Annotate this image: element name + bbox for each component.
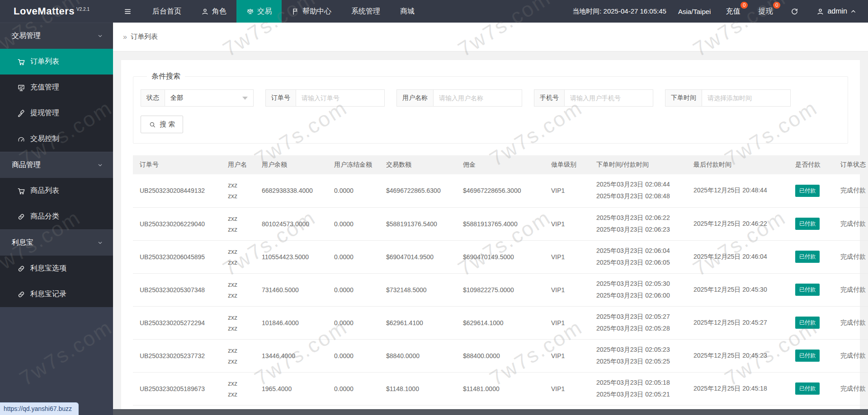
chevron-up-icon bbox=[850, 9, 856, 14]
recharge-label: 充值 bbox=[726, 7, 740, 16]
cell-order-time: 2025年03月23日 02:05:232025年03月23日 02:05:25 bbox=[590, 339, 687, 372]
cell-commission: $690470149.5000 bbox=[456, 240, 544, 273]
paid-badge: 已付款 bbox=[795, 218, 820, 230]
cell-frozen: 0.0000 bbox=[327, 240, 379, 273]
sidebar-item-product-list[interactable]: 商品列表 bbox=[0, 178, 113, 204]
order-time-field bbox=[702, 89, 791, 107]
table-row: UB2503230205189673 zxzzxz 1965.4000 0.00… bbox=[133, 372, 868, 405]
order-no-input[interactable] bbox=[302, 94, 379, 102]
sidebar-item-trade-control[interactable]: 交易控制 bbox=[0, 126, 113, 152]
navbar-right: 当地时间: 2025-04-27 16:05:45 Asia/Taipei 充值… bbox=[566, 0, 868, 23]
order-no-field-group: 订单号 bbox=[265, 89, 385, 107]
cell-order-status: 完成付款 bbox=[834, 174, 868, 207]
link-icon bbox=[17, 290, 25, 298]
sidebar-item-label: 商品列表 bbox=[30, 186, 59, 196]
refresh-button[interactable] bbox=[782, 0, 807, 23]
sidebar-item-interest-records[interactable]: 利息宝记录 bbox=[0, 281, 113, 307]
cell-level: VIP1 bbox=[544, 372, 590, 405]
withdraw-badge: 0 bbox=[773, 2, 780, 9]
cell-paid: 已付款 bbox=[788, 174, 834, 207]
card: 条件搜索 状态 全部 订单号 bbox=[121, 60, 860, 415]
cell-commission: $109822275.0000 bbox=[456, 273, 544, 306]
cell-paid: 已付款 bbox=[788, 306, 834, 339]
username: admin bbox=[827, 7, 847, 15]
cell-frozen: 0.0000 bbox=[327, 372, 379, 405]
search-icon bbox=[149, 121, 156, 128]
recharge-badge: 0 bbox=[741, 2, 748, 9]
sidebar-group-label: 商品管理 bbox=[12, 160, 41, 170]
user-icon bbox=[201, 8, 209, 15]
timezone: Asia/Taipei bbox=[672, 0, 717, 23]
cell-order-status: 完成付款 bbox=[834, 207, 868, 240]
phone-input[interactable] bbox=[570, 94, 647, 102]
sidebar-group-interest[interactable]: 利息宝 bbox=[0, 229, 113, 256]
column-header: 订单状态 bbox=[834, 155, 868, 174]
gauge-icon bbox=[17, 135, 25, 143]
user-menu[interactable]: admin bbox=[807, 0, 868, 23]
breadcrumb-icon: » bbox=[123, 33, 127, 41]
cell-balance: 6682938338.4000 bbox=[255, 174, 327, 207]
cell-order-time: 2025年03月23日 02:06:222025年03月23日 02:06:23 bbox=[590, 207, 687, 240]
cell-last-pay-time: 2025年12月25日 20:46:22 bbox=[687, 207, 788, 240]
cell-balance: 110554423.5000 bbox=[255, 240, 327, 273]
sidebar-group-product-mgmt[interactable]: 商品管理 bbox=[0, 152, 113, 178]
column-header: 订单号 bbox=[133, 155, 221, 174]
local-time: 当地时间: 2025-04-27 16:05:45 bbox=[566, 0, 672, 23]
sidebar-item-interest-options[interactable]: 利息宝选项 bbox=[0, 256, 113, 281]
table-row: UB2503230205307348 zxzzxz 731460.5000 0.… bbox=[133, 273, 868, 306]
horizontal-scrollbar[interactable] bbox=[113, 409, 868, 415]
cell-balance: 1965.4000 bbox=[255, 372, 327, 405]
nav-item-home[interactable]: 后台首页 bbox=[142, 0, 191, 23]
phone-field-group: 手机号 bbox=[534, 89, 653, 107]
withdraw-button[interactable]: 提现 0 bbox=[749, 0, 782, 23]
user-name-input[interactable] bbox=[439, 94, 516, 102]
paid-badge: 已付款 bbox=[795, 251, 820, 263]
cell-order-time: 2025年03月23日 02:05:302025年03月23日 02:06:00 bbox=[590, 273, 687, 306]
cell-last-pay-time: 2025年12月25日 20:48:44 bbox=[687, 174, 788, 207]
top-navbar: LoveMatters V2.2.1 后台首页角色交易帮助中心系统管理商城 当地… bbox=[0, 0, 868, 23]
cell-order-time: 2025年03月23日 02:06:042025年03月23日 02:06:05 bbox=[590, 240, 687, 273]
page-title: 订单列表 bbox=[131, 33, 158, 41]
cell-commission: $5881913765.4000 bbox=[456, 207, 544, 240]
nav-item-mall[interactable]: 商城 bbox=[390, 0, 425, 23]
nav-item-roles[interactable]: 角色 bbox=[191, 0, 236, 23]
sidebar-item-product-category[interactable]: 商品分类 bbox=[0, 204, 113, 229]
sidebar: 交易管理订单列表充值管理提现管理交易控制商品管理商品列表商品分类利息宝利息宝选项… bbox=[0, 23, 113, 415]
sidebar-item-recharge-mgmt[interactable]: 充值管理 bbox=[0, 75, 113, 100]
cell-order-no: UB2503230206229040 bbox=[133, 207, 221, 240]
cell-order-no: UB2503230208449132 bbox=[133, 174, 221, 207]
nav-item-trade[interactable]: 交易 bbox=[236, 0, 282, 23]
cell-last-pay-time: 2025年12月25日 20:46:04 bbox=[687, 240, 788, 273]
search-button[interactable]: 搜 索 bbox=[141, 116, 183, 133]
cell-balance: 13446.4000 bbox=[255, 339, 327, 372]
cell-paid: 已付款 bbox=[788, 339, 834, 372]
cell-order-status: 完成付款 bbox=[834, 273, 868, 306]
order-time-input[interactable] bbox=[708, 94, 785, 102]
cell-frozen: 0.0000 bbox=[327, 174, 379, 207]
cell-order-no: UB2503230206045895 bbox=[133, 240, 221, 273]
column-header: 用户名 bbox=[221, 155, 255, 174]
cell-order-no: UB2503230205189673 bbox=[133, 372, 221, 405]
order-no-field bbox=[296, 89, 385, 107]
flag-icon bbox=[292, 8, 299, 15]
user-name-label: 用户名称 bbox=[396, 89, 434, 107]
phone-label: 手机号 bbox=[534, 89, 565, 107]
column-header: 用户冻结金额 bbox=[327, 155, 379, 174]
cell-last-pay-time: 2025年12月25日 20:45:23 bbox=[687, 339, 788, 372]
sidebar-toggle-button[interactable] bbox=[113, 0, 142, 23]
app-version: V2.2.1 bbox=[76, 7, 90, 12]
status-field-group: 状态 全部 bbox=[141, 89, 254, 107]
order-time-label: 下单时间 bbox=[665, 89, 702, 107]
status-select[interactable]: 全部 bbox=[165, 89, 254, 107]
cell-balance: 801024573.0000 bbox=[255, 207, 327, 240]
sidebar-group-trade-mgmt[interactable]: 交易管理 bbox=[0, 23, 113, 49]
nav-item-system[interactable]: 系统管理 bbox=[341, 0, 390, 23]
sidebar-item-withdraw-mgmt[interactable]: 提现管理 bbox=[0, 100, 113, 126]
nav-item-label: 系统管理 bbox=[351, 7, 380, 16]
recharge-button[interactable]: 充值 0 bbox=[717, 0, 749, 23]
search-row: 状态 全部 订单号 用户名称 bbox=[141, 89, 840, 107]
nav-item-help[interactable]: 帮助中心 bbox=[282, 0, 341, 23]
status-label: 状态 bbox=[141, 89, 165, 107]
withdraw-label: 提现 bbox=[758, 7, 773, 16]
sidebar-item-order-list[interactable]: 订单列表 bbox=[0, 49, 113, 75]
